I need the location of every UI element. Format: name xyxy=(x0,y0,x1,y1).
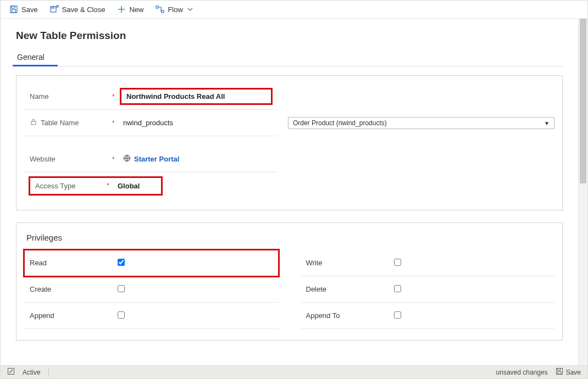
lock-icon xyxy=(30,118,37,127)
plus-icon xyxy=(117,5,126,14)
svg-rect-2 xyxy=(12,10,16,13)
form-scroll-area[interactable]: New Table Permission General Name * Nort… xyxy=(1,19,578,365)
status-save-button[interactable]: Save xyxy=(556,367,581,377)
privilege-read-checkbox[interactable] xyxy=(118,259,125,266)
required-mark: * xyxy=(112,155,121,163)
access-type-field[interactable]: Global xyxy=(115,181,156,191)
svg-rect-7 xyxy=(31,121,36,125)
privilege-appendto-checkbox[interactable] xyxy=(394,311,401,319)
privilege-append-row: Append xyxy=(24,303,279,329)
website-label: Website xyxy=(30,155,112,163)
privilege-delete-row: Delete xyxy=(301,276,555,303)
save-icon xyxy=(9,5,18,14)
required-mark: * xyxy=(112,119,121,127)
general-panel: Name * Northwind Products Read All xyxy=(16,75,563,210)
required-mark: * xyxy=(107,182,115,190)
scrollbar-thumb[interactable] xyxy=(580,19,586,183)
privileges-title: Privileges xyxy=(26,233,552,242)
flow-button[interactable]: Flow xyxy=(156,5,192,14)
privilege-write-checkbox[interactable] xyxy=(394,259,401,266)
access-type-label: Access Type xyxy=(35,182,107,190)
privileges-panel: Privileges Read Write Create xyxy=(16,222,563,341)
svg-rect-4 xyxy=(52,7,54,8)
new-label: New xyxy=(129,5,143,14)
website-field[interactable]: Starter Portal xyxy=(121,153,271,165)
status-bar: Active unsaved changes Save xyxy=(1,365,587,378)
svg-rect-11 xyxy=(557,369,560,371)
privilege-write-row: Write xyxy=(301,250,555,276)
edit-icon[interactable] xyxy=(7,367,15,377)
page-title: New Table Permission xyxy=(16,30,563,42)
globe-icon xyxy=(123,154,131,164)
save-close-icon xyxy=(50,5,59,14)
svg-rect-6 xyxy=(162,10,164,13)
svg-rect-1 xyxy=(12,6,15,8)
unsaved-changes-text: unsaved changes xyxy=(496,369,548,376)
save-label: Save xyxy=(21,5,38,14)
save-button[interactable]: Save xyxy=(9,5,38,14)
flow-label: Flow xyxy=(168,5,182,14)
save-icon xyxy=(556,367,563,377)
table-name-label: Table Name xyxy=(30,118,112,127)
tab-bar: General xyxy=(16,49,563,66)
table-name-value: nwind_products xyxy=(121,118,271,128)
svg-rect-12 xyxy=(558,372,561,375)
table-name-select-value: Order Product (nwind_products) xyxy=(293,119,387,127)
access-type-group: Access Type * Global xyxy=(30,177,162,194)
privilege-read-row: Read xyxy=(24,250,279,276)
privilege-delete-label: Delete xyxy=(306,285,394,293)
status-divider xyxy=(48,369,49,376)
flow-icon xyxy=(156,5,164,14)
privilege-create-label: Create xyxy=(30,285,118,293)
required-mark: * xyxy=(112,93,121,101)
tab-general[interactable]: General xyxy=(16,49,46,66)
privilege-append-label: Append xyxy=(30,311,118,320)
privilege-write-label: Write xyxy=(306,259,394,267)
command-bar: Save Save & Close New Flow xyxy=(1,1,587,19)
privilege-append-checkbox[interactable] xyxy=(118,311,125,319)
new-button[interactable]: New xyxy=(117,5,143,14)
privilege-create-checkbox[interactable] xyxy=(118,285,125,292)
privilege-create-row: Create xyxy=(24,276,279,303)
dropdown-caret-icon: ▼ xyxy=(544,120,550,126)
chevron-down-icon xyxy=(187,5,193,14)
record-state: Active xyxy=(23,369,41,376)
app-root: Save Save & Close New Flow xyxy=(0,0,588,379)
privilege-appendto-row: Append To xyxy=(301,303,555,329)
privilege-read-label: Read xyxy=(30,259,118,267)
svg-rect-5 xyxy=(156,6,158,8)
save-close-label: Save & Close xyxy=(62,5,106,14)
privilege-delete-checkbox[interactable] xyxy=(394,285,401,292)
vertical-scrollbar[interactable] xyxy=(578,19,587,365)
table-name-select[interactable]: Order Product (nwind_products) ▼ xyxy=(288,117,554,129)
save-close-button[interactable]: Save & Close xyxy=(50,5,106,14)
svg-rect-9 xyxy=(8,369,14,375)
name-field[interactable]: Northwind Products Read All xyxy=(121,89,271,104)
privilege-appendto-label: Append To xyxy=(306,311,394,320)
name-label: Name xyxy=(30,92,112,101)
